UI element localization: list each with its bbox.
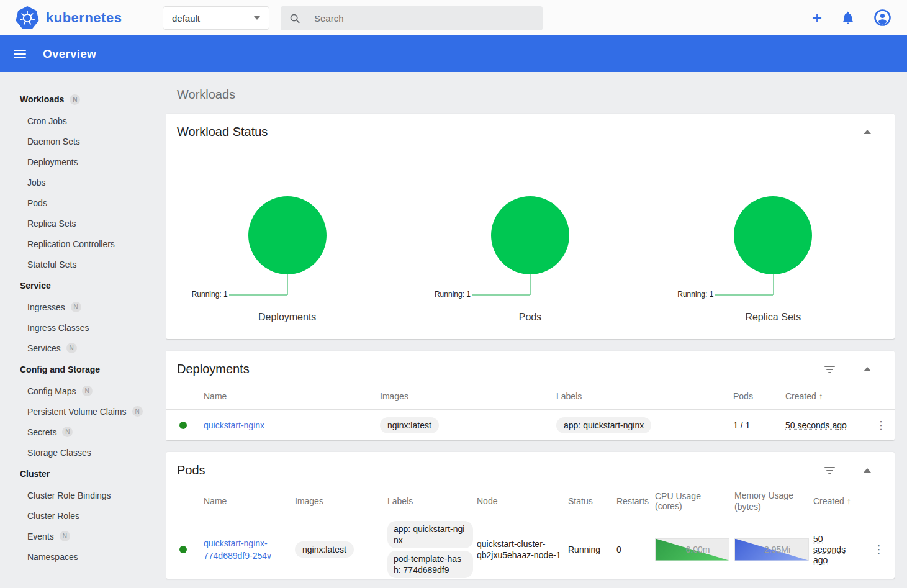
column-header-label: Created [785,391,816,401]
chevron-down-icon [254,16,260,20]
filter-icon[interactable] [824,366,835,373]
section-label: Config and Storage [20,364,100,374]
column-header-memory[interactable]: Memory Usage (bytes) [734,490,813,512]
sidebar-section-cluster[interactable]: Cluster [0,463,166,485]
cpu-usage-value: 6.00m [656,539,729,561]
collapse-card-button[interactable] [864,130,871,134]
item-label: Config Maps [27,386,76,396]
column-header-label: Created [813,496,844,506]
deployments-card: Deployments Name Images Labels Pods Cre [166,351,895,440]
column-header-name[interactable]: Name [204,496,295,506]
item-label: Daemon Sets [27,137,80,147]
item-label: Jobs [27,178,46,188]
new-badge: N [60,531,70,541]
pie-callout-label: Running: 1 [435,290,471,299]
column-header-name[interactable]: Name [204,391,380,401]
column-header-created[interactable]: Created↑ [813,496,868,506]
chart-title: Deployments [166,312,408,323]
item-label: Storage Classes [27,448,91,458]
filter-icon[interactable] [824,467,835,474]
sidebar-item-config-maps[interactable]: Config Maps N [0,381,166,401]
pie-slice-running [491,196,569,274]
item-label: Deployments [27,157,78,167]
item-label: Secrets [27,427,56,437]
column-header-created[interactable]: Created↑ [785,391,872,401]
column-header-status[interactable]: Status [568,496,616,506]
section-label: Service [20,281,51,291]
row-actions-menu-button[interactable]: ⋮ [872,420,895,431]
sidebar-item-cluster-role-bindings[interactable]: Cluster Role Bindings [0,485,166,505]
memory-usage-value: 2.95Mi [735,539,808,561]
sidebar-item-daemon-sets[interactable]: Daemon Sets [0,131,166,152]
status-ok-icon [179,546,187,553]
column-header-images[interactable]: Images [380,391,556,401]
sidebar-item-storage-classes[interactable]: Storage Classes [0,442,166,463]
new-badge: N [82,386,93,396]
table-row: quickstart-nginx-774d689df9-254v nginx:l… [166,518,895,579]
sidebar-item-ingress-classes[interactable]: Ingress Classes [0,317,166,338]
item-label: Replica Sets [27,219,76,228]
pods-table: Name Images Labels Node Status Restarts … [166,484,895,579]
column-header-restarts[interactable]: Restarts [616,496,655,506]
column-header-images[interactable]: Images [295,496,387,506]
sidebar-item-services[interactable]: Services N [0,338,166,358]
column-header-labels[interactable]: Labels [387,496,477,506]
sidebar-item-cron-jobs[interactable]: Cron Jobs [0,111,166,131]
pods-pie-chart: Running: 1 Pods [408,145,651,339]
deployment-name-link[interactable]: quickstart-nginx [204,420,264,430]
sidebar-item-pods[interactable]: Pods [0,192,166,213]
sidebar-item-stateful-sets[interactable]: Stateful Sets [0,254,166,274]
card-title: Pods [177,463,205,477]
sort-ascending-icon: ↑ [819,391,823,401]
section-label: Cluster [20,469,50,479]
pie-slice-running [248,196,327,274]
sidebar-section-service[interactable]: Service [0,274,166,297]
chart-title: Pods [408,312,651,323]
sidebar-section-workloads[interactable]: Workloads N [0,88,166,111]
sidebar-item-persistent-volume-claims[interactable]: Persistent Volume Claims N [0,401,166,422]
row-actions-menu-button[interactable]: ⋮ [868,544,895,555]
account-button[interactable] [874,9,891,26]
item-label: Replication Controllers [27,239,115,249]
kubernetes-helm-icon [15,6,40,30]
card-title: Deployments [177,362,250,376]
sidebar-item-secrets[interactable]: Secrets N [0,422,166,442]
app-header: kubernetes default + [0,0,907,35]
namespace-selector[interactable]: default [163,6,269,30]
restart-count: 0 [616,545,655,554]
callout-line [530,274,531,295]
pie-callout-label: Running: 1 [677,290,713,299]
sidebar-item-ingresses[interactable]: Ingresses N [0,297,166,317]
header-actions: + [812,0,891,35]
column-header-labels[interactable]: Labels [556,391,733,401]
column-header-cpu[interactable]: CPU Usage (cores) [655,491,734,511]
search-input[interactable] [314,13,534,24]
sidebar-item-deployments[interactable]: Deployments [0,152,166,172]
item-label: Ingresses [27,302,65,312]
workload-status-charts: Running: 1 Deployments Running: 1 Pods R… [166,145,895,339]
collapse-card-button[interactable] [864,468,871,473]
page-title: Workloads [177,88,895,102]
card-title: Workload Status [177,125,268,139]
created-timestamp: 50 seconds ago [813,534,846,565]
create-resource-button[interactable]: + [812,9,822,27]
sidebar: Workloads N Cron Jobs Daemon Sets Deploy… [0,72,166,588]
sidebar-item-namespaces[interactable]: Namespaces [0,546,166,567]
sidebar-item-jobs[interactable]: Jobs [0,172,166,192]
sidebar-item-cluster-roles[interactable]: Cluster Roles [0,505,166,526]
sidebar-item-replica-sets[interactable]: Replica Sets [0,213,166,233]
pod-name-link[interactable]: quickstart-nginx-774d689df9-254v [204,537,290,562]
search-bar[interactable] [281,6,543,30]
sidebar-item-events[interactable]: Events N [0,526,166,546]
created-timestamp: 50 seconds ago [785,420,847,430]
menu-button[interactable] [14,50,26,58]
collapse-card-button[interactable] [864,367,871,371]
chart-title: Replica Sets [652,312,895,323]
sidebar-section-config-and-storage[interactable]: Config and Storage [0,358,166,381]
column-header-pods[interactable]: Pods [733,391,785,401]
notifications-button[interactable] [841,11,855,25]
callout-line [472,294,530,296]
sidebar-item-replication-controllers[interactable]: Replication Controllers [0,233,166,254]
column-header-node[interactable]: Node [477,496,568,506]
kubernetes-logo[interactable]: kubernetes [0,6,155,30]
